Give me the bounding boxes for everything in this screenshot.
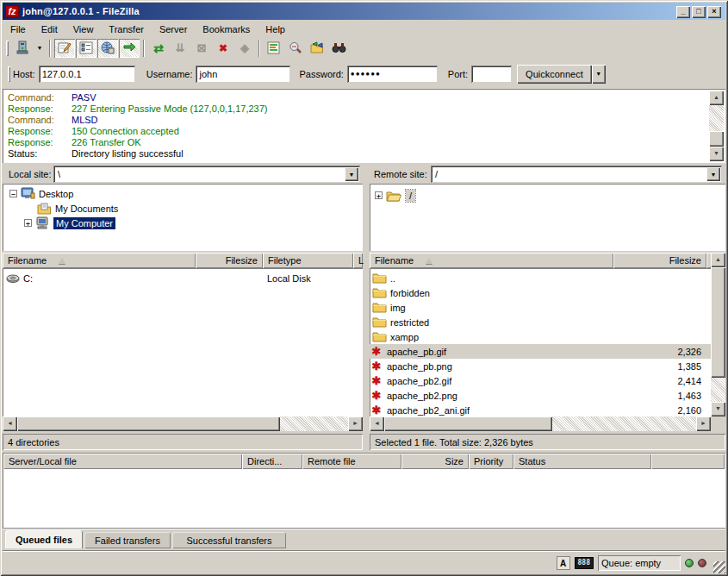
menu-view[interactable]: View — [65, 22, 102, 36]
local-hscrollbar[interactable]: ◄ ► — [3, 416, 363, 431]
scrollbar-thumb[interactable] — [17, 416, 280, 431]
column-header-server-local-file[interactable]: Server/Local file — [3, 454, 242, 469]
reconnect-button[interactable]: ◈ — [234, 39, 255, 58]
file-row-selected[interactable]: ✱ apache_pb.gif 2,326 — [370, 344, 711, 359]
tree-item-my-computer[interactable]: + My Computer — [24, 216, 115, 230]
username-input[interactable] — [196, 66, 290, 83]
host-label: Host: — [13, 69, 35, 79]
toolbar-grip[interactable] — [6, 41, 9, 56]
menu-server[interactable]: Server — [152, 22, 195, 36]
password-input[interactable] — [347, 66, 438, 83]
expand-icon[interactable]: + — [375, 191, 383, 199]
menu-bookmarks[interactable]: Bookmarks — [195, 22, 258, 36]
close-button[interactable]: × — [707, 6, 721, 18]
remote-status-text: Selected 1 file. Total size: 2,326 bytes — [375, 437, 533, 448]
remote-site-combo[interactable]: / ▼ — [431, 166, 722, 183]
scroll-down-icon[interactable]: ▼ — [709, 147, 724, 161]
scrollbar-thumb[interactable] — [384, 416, 552, 431]
column-header-filesize[interactable]: Filesize — [613, 253, 706, 268]
log-text: Directory listing successful — [72, 148, 184, 159]
site-manager-dropdown-button[interactable]: ▼ — [34, 39, 46, 58]
scrollbar-thumb[interactable] — [709, 131, 724, 147]
file-row[interactable]: img — [370, 300, 711, 315]
scrollbar-thumb[interactable] — [711, 267, 725, 378]
file-row[interactable]: .. — [370, 271, 711, 285]
quickconnect-button[interactable]: Quickconnect — [517, 65, 592, 84]
minimize-button[interactable]: _ — [676, 6, 690, 18]
quickconnect-dropdown-button[interactable]: ▼ — [592, 65, 606, 84]
file-row[interactable]: xampp — [370, 329, 711, 344]
tree-item-root[interactable]: + / — [375, 188, 415, 203]
column-header-filename[interactable]: Filename — [3, 253, 196, 268]
local-site-combo[interactable]: \ ▼ — [53, 166, 360, 183]
file-type: Local Disk — [267, 273, 311, 284]
refresh-button[interactable]: ⇄ — [148, 39, 169, 58]
file-row[interactable]: ✱ apache_pb2_ani.gif 2,160 — [370, 403, 711, 416]
column-header-direction[interactable]: Directi... — [242, 454, 302, 469]
disconnect-button[interactable]: ✖ — [213, 39, 233, 58]
file-row[interactable]: ✱ apache_pb.png 1,385 — [370, 359, 711, 373]
scroll-left-icon[interactable]: ◄ — [3, 416, 17, 431]
cancel-button[interactable]: ⊠ — [191, 39, 212, 58]
tree-item-desktop[interactable]: − Desktop — [9, 186, 73, 201]
speed-limits-icon[interactable]: 888 — [575, 557, 594, 569]
scroll-right-icon[interactable]: ► — [696, 416, 711, 431]
port-input[interactable] — [471, 66, 512, 83]
column-header-filesize[interactable]: Filesize — [196, 253, 263, 268]
file-row[interactable]: ✱ apache_pb2.gif 2,414 — [370, 373, 711, 388]
local-status-bar: 4 directories — [3, 434, 363, 450]
tree-item-my-documents[interactable]: My Documents — [37, 201, 118, 216]
site-manager-button[interactable] — [12, 39, 33, 58]
toggle-log-button[interactable] — [54, 39, 75, 58]
tab-queued-files[interactable]: Queued files — [5, 530, 83, 548]
menu-file[interactable]: File — [3, 22, 34, 36]
scroll-right-icon[interactable]: ► — [348, 416, 363, 431]
filter-button[interactable] — [264, 39, 284, 58]
column-header-priority[interactable]: Priority — [469, 454, 513, 469]
folder-icon — [372, 287, 387, 298]
tab-successful-transfers[interactable]: Successful transfers — [172, 532, 286, 548]
find-files-button[interactable] — [328, 39, 349, 58]
file-row[interactable]: ✱ apache_pb2.png 1,463 — [370, 388, 711, 403]
scroll-left-icon[interactable]: ◄ — [370, 416, 384, 431]
remote-hscrollbar[interactable]: ◄ ► — [370, 416, 711, 431]
remote-tree: + / — [370, 184, 725, 251]
toggle-local-tree-button[interactable] — [76, 39, 96, 58]
collapse-icon[interactable]: − — [9, 190, 17, 197]
scroll-down-icon[interactable]: ▼ — [711, 402, 725, 416]
quickconnect-grip[interactable] — [8, 66, 10, 82]
column-header-lastmodified[interactable]: L — [353, 253, 363, 268]
maximize-button[interactable]: □ — [692, 6, 706, 18]
column-header-status[interactable]: Status — [513, 454, 651, 469]
synchronized-browsing-button[interactable] — [307, 39, 327, 58]
log-scrollbar[interactable]: ▲ ▼ — [709, 91, 724, 161]
menu-transfer[interactable]: Transfer — [101, 22, 152, 36]
local-site-value: \ — [58, 169, 60, 179]
menu-edit[interactable]: Edit — [34, 22, 65, 36]
file-size: 2,326 — [628, 347, 701, 357]
combo-arrow-icon[interactable]: ▼ — [345, 167, 358, 181]
toggle-remote-tree-button[interactable] — [97, 39, 118, 58]
column-header-filename[interactable]: Filename — [370, 253, 613, 268]
column-header-size[interactable]: Size — [401, 454, 469, 469]
host-input[interactable] — [39, 66, 135, 83]
local-tree-icon — [79, 41, 93, 54]
file-row-c-drive[interactable]: C: Local Disk — [3, 271, 363, 285]
tab-failed-transfers[interactable]: Failed transfers — [84, 532, 171, 548]
file-row[interactable]: restricted — [370, 315, 711, 329]
scroll-up-icon[interactable]: ▲ — [711, 253, 725, 267]
resize-grip[interactable] — [713, 561, 725, 573]
scroll-up-icon[interactable]: ▲ — [709, 91, 724, 105]
toggle-queue-button[interactable] — [119, 39, 140, 58]
file-row[interactable]: forbidden — [370, 285, 711, 300]
directory-comparison-button[interactable] — [285, 39, 306, 58]
column-header-remote-file[interactable]: Remote file — [302, 454, 401, 469]
combo-arrow-icon[interactable]: ▼ — [706, 167, 720, 181]
remote-vscrollbar[interactable]: ▲ ▼ — [711, 253, 725, 416]
transfer-type-icon[interactable]: A — [557, 556, 570, 570]
column-header-filetype[interactable]: Filetype — [263, 253, 353, 268]
synchronized-browsing-icon — [310, 41, 325, 54]
process-queue-button[interactable]: ⇊ — [170, 39, 190, 58]
menu-help[interactable]: Help — [258, 22, 293, 36]
expand-icon[interactable]: + — [24, 219, 32, 227]
